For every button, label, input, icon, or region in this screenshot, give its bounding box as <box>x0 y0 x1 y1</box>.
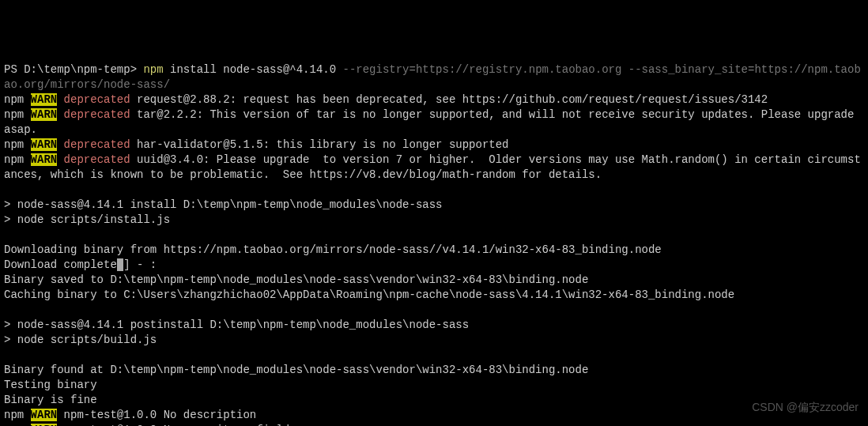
install-header: > node-sass@4.14.1 install D:\temp\npm-t… <box>4 198 443 211</box>
caching-line: Caching binary to C:\Users\zhangzhichao0… <box>4 288 734 301</box>
testing-line: Testing binary <box>4 379 97 391</box>
warn-line-4: npm WARN deprecated uuid@3.4.0: Please u… <box>4 153 861 181</box>
binary-fine-line: Binary is fine <box>4 394 97 406</box>
postinstall-header: > node-sass@4.14.1 postinstall D:\temp\n… <box>4 319 469 331</box>
binary-found-line: Binary found at D:\temp\npm-temp\node_mo… <box>4 364 588 376</box>
prompt: PS D:\temp\npm-temp> npm install node-sa… <box>4 63 861 91</box>
warn-line-2: npm WARN deprecated tar@2.2.2: This vers… <box>4 108 861 136</box>
downloading-line: Downloading binary from https://npm.taob… <box>4 243 662 256</box>
warn-line-3: npm WARN deprecated har-validator@5.1.5:… <box>4 138 509 151</box>
warn-line-1: npm WARN deprecated request@2.88.2: requ… <box>4 93 768 106</box>
warn-line-5: npm WARN npm-test@1.0.0 No description <box>4 409 256 421</box>
watermark: CSDN @偏安zzcoder <box>752 400 859 415</box>
install-script: > node scripts/install.js <box>4 213 170 226</box>
terminal-output: PS D:\temp\npm-temp> npm install node-sa… <box>4 62 864 426</box>
build-script: > node scripts/build.js <box>4 334 157 346</box>
download-complete-line: Download complete ] - : <box>4 258 157 271</box>
binary-saved-line: Binary saved to D:\temp\npm-temp\node_mo… <box>4 273 588 286</box>
